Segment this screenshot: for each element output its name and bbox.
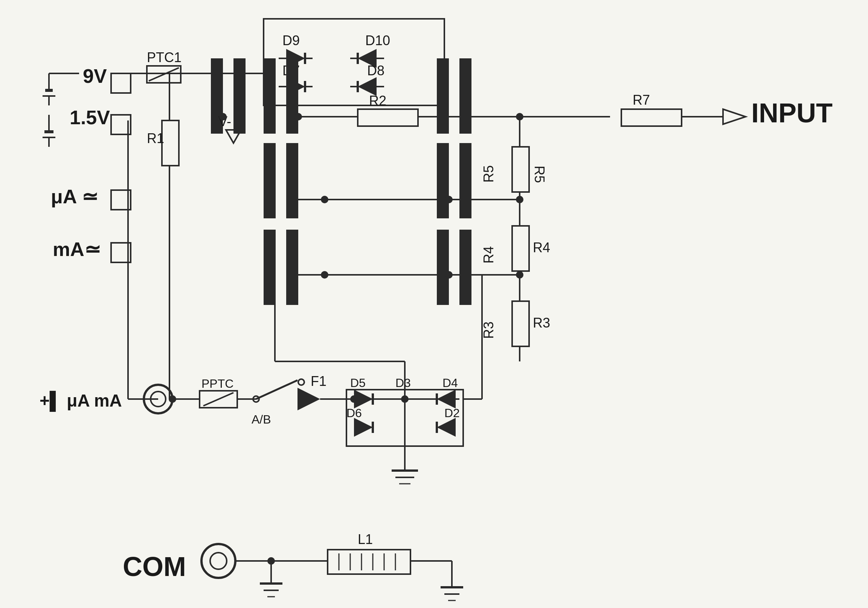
svg-point-92 <box>445 271 453 278</box>
svg-text:+▌ μA  mA: +▌ μA mA <box>40 391 122 412</box>
svg-rect-48 <box>459 230 471 305</box>
svg-rect-47 <box>437 230 449 305</box>
svg-text:A/B: A/B <box>251 413 271 426</box>
svg-text:R7: R7 <box>632 92 650 108</box>
label-15v: 1.5V <box>70 107 110 128</box>
svg-rect-46 <box>459 143 471 218</box>
svg-text:COM: COM <box>123 552 186 582</box>
svg-rect-42 <box>286 230 298 305</box>
svg-rect-36 <box>234 58 245 134</box>
svg-text:R4: R4 <box>481 246 496 263</box>
svg-point-126 <box>401 395 409 403</box>
svg-text:D6: D6 <box>346 406 362 420</box>
label-ma-ac: mA≃ <box>53 238 101 260</box>
svg-rect-45 <box>437 143 449 218</box>
svg-text:D8: D8 <box>367 63 384 78</box>
svg-rect-37 <box>264 58 276 134</box>
svg-text:R1: R1 <box>147 131 164 146</box>
svg-text:R2: R2 <box>369 93 386 108</box>
svg-point-91 <box>321 271 329 278</box>
svg-text:R3: R3 <box>533 315 550 331</box>
circuit-diagram: 9V 1.5V μA ≃ mA≃ D9 D10 <box>0 0 868 608</box>
svg-text:D9: D9 <box>282 33 300 48</box>
svg-text:D3: D3 <box>395 376 411 390</box>
svg-text:R4: R4 <box>533 240 550 255</box>
svg-point-169 <box>516 271 524 278</box>
svg-rect-40 <box>286 143 298 218</box>
svg-point-170 <box>219 113 227 121</box>
svg-point-168 <box>516 196 524 203</box>
svg-text:D2: D2 <box>444 406 460 420</box>
svg-text:PPTC: PPTC <box>202 377 234 390</box>
svg-point-167 <box>516 113 524 121</box>
svg-text:D5: D5 <box>350 376 366 390</box>
svg-rect-43 <box>437 58 449 134</box>
svg-rect-39 <box>264 143 276 218</box>
svg-text:D4: D4 <box>442 376 458 390</box>
svg-text:D10: D10 <box>365 33 390 48</box>
svg-text:PTC1: PTC1 <box>147 50 181 65</box>
svg-point-88 <box>445 196 453 203</box>
svg-text:INPUT: INPUT <box>751 98 832 128</box>
svg-text:R3: R3 <box>481 322 496 339</box>
svg-rect-44 <box>459 58 471 134</box>
svg-rect-41 <box>264 230 276 305</box>
label-9v: 9V <box>83 65 107 87</box>
label-ua-ac: μA ≃ <box>51 186 98 207</box>
svg-text:R5: R5 <box>481 165 496 183</box>
svg-point-166 <box>294 113 302 121</box>
svg-text:F1: F1 <box>311 373 327 389</box>
svg-rect-38 <box>286 58 298 134</box>
svg-text:R5: R5 <box>532 166 547 183</box>
svg-point-87 <box>321 196 329 203</box>
svg-text:L1: L1 <box>358 532 373 547</box>
